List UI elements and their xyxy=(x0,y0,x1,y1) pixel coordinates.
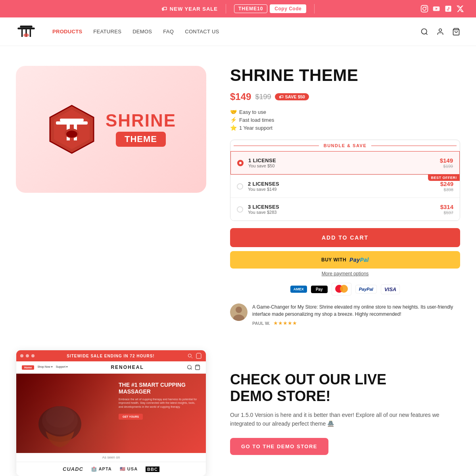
svg-rect-16 xyxy=(56,121,88,125)
copy-code-button[interactable]: Copy Code xyxy=(270,4,306,13)
product-image-card: SHRINE THEME xyxy=(16,66,206,193)
svg-point-2 xyxy=(426,6,427,8)
browser-icon xyxy=(187,353,193,359)
product-title: SHRINE THEME xyxy=(230,66,460,85)
add-to-cart-button[interactable]: ADD TO CART xyxy=(230,228,460,247)
demo-store-nav: Home Shop Now ▾ Support ▾ RENOHEAL xyxy=(16,361,206,374)
license-info-1: 1 LICENSE You save $50 xyxy=(248,157,440,168)
paypal-prefix: BUY WITH xyxy=(321,257,346,263)
save-badge: 🏷 SAVE $50 xyxy=(275,93,309,100)
svg-rect-9 xyxy=(30,29,31,36)
browser-dot-2 xyxy=(26,354,29,357)
cart-button[interactable] xyxy=(452,28,460,36)
as-seen-label: As seen on xyxy=(102,455,120,459)
tag-icon: 🏷 xyxy=(161,6,167,12)
tiktok-icon[interactable] xyxy=(444,5,452,13)
nav-faq[interactable]: FAQ xyxy=(163,29,174,35)
license-price-val-1: $149 xyxy=(440,157,453,164)
nav-features[interactable]: FEATURES xyxy=(93,29,121,35)
bundle-section: BUNDLE & SAVE 1 LICENSE You save $50 $14… xyxy=(230,140,460,221)
mastercard-icon xyxy=(332,283,351,296)
bundle-header: BUNDLE & SAVE xyxy=(230,140,460,151)
license-price-val-3: $314 xyxy=(440,203,453,210)
best-offer-badge: BEST OFFER! xyxy=(428,175,461,181)
review-text: A Game-Changer for My Store: Shrine elev… xyxy=(252,303,460,318)
apple-pay-icon: Pay xyxy=(311,286,328,293)
demo-image-wrap: SITEWIDE SALE ENDING IN 72 HOURS! Home S… xyxy=(16,350,206,476)
license-option-1[interactable]: 1 LICENSE You save $50 $149 $199 xyxy=(230,151,460,175)
license-radio-3 xyxy=(237,206,243,213)
license-save-1: You save $50 xyxy=(248,163,440,168)
feature-icon-2: ⚡ xyxy=(230,117,237,123)
license-price-2: $249 $398 xyxy=(440,180,453,192)
nav-demos[interactable]: DEMOS xyxy=(132,29,152,35)
logo[interactable] xyxy=(16,21,36,42)
banner-divider-1 xyxy=(226,4,226,13)
license-option-2[interactable]: 2 LICENSES You save $149 $249 $398 BEST … xyxy=(230,175,460,198)
product-image-wrap: SHRINE THEME xyxy=(16,66,206,326)
demo-search-icon xyxy=(187,365,192,370)
svg-point-12 xyxy=(439,29,442,31)
license-price-1: $149 $199 xyxy=(440,157,453,169)
more-payment-link[interactable]: More payment options xyxy=(230,271,460,276)
demo-heading-line1: CHECK OUT OUR LIVE xyxy=(230,371,386,388)
reviewer-name: PAUL W. xyxy=(252,321,270,326)
demo-store-button[interactable]: GO TO THE DEMO STORE xyxy=(230,438,328,455)
twitter-icon[interactable] xyxy=(456,5,464,13)
demo-browser-bar: SITEWIDE SALE ENDING IN 72 HOURS! xyxy=(16,350,206,361)
svg-point-23 xyxy=(236,307,242,313)
youtube-icon[interactable] xyxy=(432,5,440,13)
shrine-subtitle: THEME xyxy=(116,132,166,147)
svg-point-25 xyxy=(188,354,191,357)
store-banner-text: SITEWIDE SALE ENDING IN 72 HOURS! xyxy=(37,354,184,358)
review-wrap: A Game-Changer for My Store: Shrine elev… xyxy=(230,303,460,326)
reviewer-avatar xyxy=(230,303,248,321)
product-section: SHRINE THEME SHRINE THEME $149 $199 🏷 SA… xyxy=(0,46,476,342)
demo-section: SITEWIDE SALE ENDING IN 72 HOURS! Home S… xyxy=(0,342,476,476)
license-price-orig-2: $398 xyxy=(440,187,453,192)
svg-rect-6 xyxy=(20,25,32,27)
feature-icon-1: 🤝 xyxy=(230,109,237,115)
paypal-button[interactable]: BUY WITH PayPal xyxy=(230,251,460,269)
review-content: A Game-Changer for My Store: Shrine elev… xyxy=(252,303,460,326)
review-footer: PAUL W. ★★★★★ xyxy=(252,320,460,326)
nav-products[interactable]: PRODUCTS xyxy=(52,29,82,35)
demo-info: CHECK OUT OUR LIVE DEMO STORE! Our 1.5.0… xyxy=(230,371,460,455)
demo-store-cta[interactable]: GET YOURS xyxy=(119,414,143,420)
promo-code: THEME10 xyxy=(234,4,267,13)
demo-nav-shop: Shop Now ▾ xyxy=(37,365,52,370)
price-row: $149 $199 🏷 SAVE $50 xyxy=(230,91,460,102)
shrine-brand-text: SHRINE THEME xyxy=(106,112,176,147)
shrine-name: SHRINE xyxy=(106,112,176,129)
svg-rect-17 xyxy=(60,119,84,121)
license-price-orig-3: $597 xyxy=(440,210,453,215)
bundle-line-right xyxy=(371,146,457,146)
license-radio-2 xyxy=(237,183,243,190)
search-button[interactable] xyxy=(420,28,428,36)
demo-heading: CHECK OUT OUR LIVE DEMO STORE! xyxy=(230,371,460,404)
nav-links: PRODUCTS FEATURES DEMOS FAQ CONTACT US xyxy=(52,29,420,35)
save-icon: 🏷 xyxy=(279,94,283,99)
demo-hero-title: THE #1 SMART CUPPING MASSAGER xyxy=(119,382,198,395)
bundle-label: BUNDLE & SAVE xyxy=(319,143,372,148)
sale-announcement: 🏷 NEW YEAR SALE xyxy=(161,6,218,12)
review-stars: ★★★★★ xyxy=(273,320,297,326)
bundle-line-left xyxy=(234,146,319,146)
feature-fast: ⚡ Fast load times xyxy=(230,117,460,123)
demo-nav-home: Home xyxy=(22,365,34,370)
demo-product-text: THE #1 SMART CUPPING MASSAGER Embrace th… xyxy=(119,382,198,420)
banner-divider-2 xyxy=(314,4,315,13)
license-option-3[interactable]: 3 LICENSES You save $283 $314 $597 xyxy=(230,198,460,221)
nav-contact[interactable]: CONTACT US xyxy=(185,29,219,35)
instagram-icon[interactable] xyxy=(420,5,428,13)
original-price: $199 xyxy=(255,93,271,101)
svg-rect-0 xyxy=(421,6,428,12)
feature-text-2: Fast load times xyxy=(239,117,274,123)
account-button[interactable] xyxy=(436,28,444,36)
svg-point-26 xyxy=(188,365,191,369)
navbar: PRODUCTS FEATURES DEMOS FAQ CONTACT US xyxy=(0,17,476,46)
feature-text-1: Easy to use xyxy=(239,109,266,115)
svg-point-10 xyxy=(23,33,29,37)
demo-store-body: THE #1 SMART CUPPING MASSAGER Embrace th… xyxy=(16,374,206,453)
demo-hero-desc: Embrace the art of cupping therapy and h… xyxy=(119,397,198,409)
